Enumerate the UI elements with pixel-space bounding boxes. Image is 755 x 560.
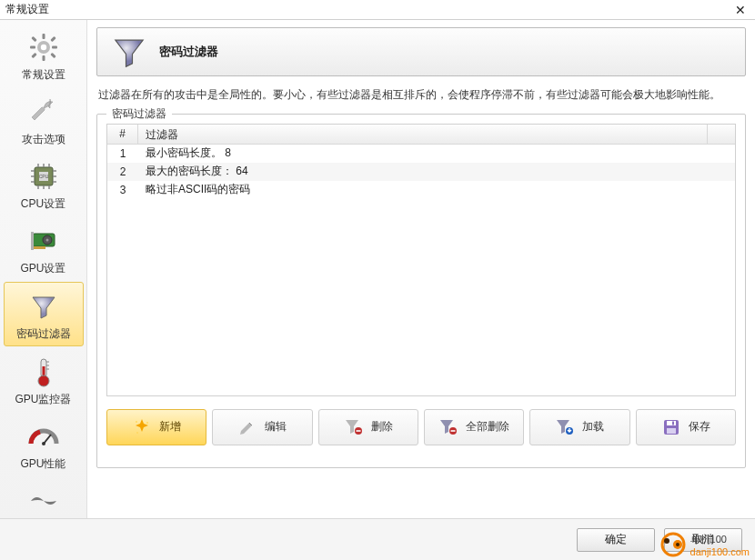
svg-point-1 (40, 45, 45, 50)
svg-rect-8 (31, 53, 36, 58)
thermometer-icon (4, 354, 84, 390)
button-label: 加载 (582, 419, 604, 435)
group-title: 密码过滤器 (106, 106, 172, 122)
svg-rect-7 (50, 53, 55, 58)
table-row[interactable]: 2 最大的密码长度： 64 (107, 163, 735, 181)
svg-rect-47 (667, 421, 676, 425)
ok-button[interactable]: 确定 (577, 528, 655, 552)
svg-rect-5 (52, 46, 57, 49)
svg-point-39 (146, 422, 148, 424)
content-panel: 密码过滤器 过滤器在所有的攻击中是全局性的。要小心，有些过滤器是相互排斥的，会使… (87, 20, 755, 518)
button-label: 删除 (371, 419, 393, 435)
gear-icon (4, 29, 84, 65)
column-spare (708, 125, 735, 144)
svg-rect-42 (356, 430, 360, 432)
button-label: 编辑 (265, 419, 287, 435)
titlebar: 常规设置 ✕ (0, 0, 755, 20)
wrench-icon (4, 94, 84, 130)
close-icon[interactable]: ✕ (731, 4, 750, 16)
funnel-remove-icon (344, 417, 364, 437)
gpu-icon (4, 223, 84, 259)
svg-rect-29 (31, 232, 34, 250)
button-label: 全部删除 (466, 419, 509, 435)
svg-rect-4 (30, 46, 35, 49)
sidebar-item-gpu[interactable]: GPU设置 (4, 217, 84, 280)
sidebar-item-label: 密码过滤器 (5, 326, 83, 342)
delete-all-button[interactable]: 全部删除 (424, 409, 524, 445)
sidebar-item-label: CPU设置 (4, 196, 84, 212)
button-label: 保存 (689, 419, 710, 435)
cell-name: 最小密码长度。 8 (138, 145, 735, 161)
svg-rect-9 (50, 36, 55, 42)
save-icon (661, 417, 681, 437)
cancel-button[interactable]: 取消 (664, 528, 742, 552)
sidebar-item-label: GPU设置 (4, 261, 84, 276)
sidebar-item-general[interactable]: 常规设置 (4, 24, 84, 86)
table-row[interactable]: 1 最小密码长度。 8 (107, 145, 735, 163)
filter-toolbar: 新增 编辑 删除 全部 (106, 409, 736, 445)
svg-rect-48 (667, 428, 676, 434)
sidebar-item-label: GPU监控器 (4, 392, 84, 407)
sidebar-item-monitor[interactable]: GPU监控器 (4, 348, 84, 411)
sidebar-item-attack[interactable]: 攻击选项 (4, 88, 84, 151)
table-row[interactable]: 3 略过非ASCII码的密码 (107, 181, 735, 199)
sidebar-item-performance[interactable]: GPU性能 (4, 413, 84, 475)
svg-point-40 (136, 432, 138, 434)
fan-icon (4, 483, 84, 518)
sparkle-icon (132, 417, 152, 437)
page-header: 密码过滤器 (96, 27, 746, 76)
sidebar-item-extra[interactable] (4, 477, 84, 518)
cell-num: 3 (107, 184, 138, 196)
svg-rect-2 (42, 34, 45, 39)
window-title: 常规设置 (5, 2, 49, 17)
pencil-icon (237, 417, 257, 437)
cell-num: 1 (107, 147, 138, 160)
gauge-icon (4, 418, 84, 455)
page-description: 过滤器在所有的攻击中是全局性的。要小心，有些过滤器是相互排斥的，会使程序停滞不前… (98, 87, 744, 103)
table-header: # 过滤器 (107, 125, 735, 145)
delete-button[interactable]: 删除 (318, 409, 418, 445)
funnel-remove-all-icon (438, 417, 458, 437)
funnel-icon (108, 31, 150, 73)
button-label: 确定 (605, 532, 627, 547)
funnel-icon (5, 288, 83, 325)
sidebar-item-filter[interactable]: 密码过滤器 (4, 282, 84, 346)
load-button[interactable]: 加载 (529, 409, 629, 445)
new-button[interactable]: 新增 (106, 409, 206, 445)
column-filter[interactable]: 过滤器 (138, 125, 708, 144)
sidebar-item-label: 常规设置 (4, 67, 84, 83)
save-button[interactable]: 保存 (636, 409, 736, 445)
sidebar-item-label: 攻击选项 (4, 132, 84, 147)
sidebar: 常规设置 攻击选项 CPU CPU设置 GPU设置 密码过滤器 (0, 20, 87, 518)
svg-point-32 (38, 375, 49, 386)
filter-table: # 过滤器 1 最小密码长度。 8 2 最大的密码长度： 64 3 (106, 124, 736, 396)
sidebar-item-cpu[interactable]: CPU CPU设置 (4, 153, 84, 215)
svg-rect-6 (31, 36, 36, 42)
cpu-icon: CPU (4, 158, 84, 195)
cell-name: 最大的密码长度： 64 (138, 164, 735, 179)
svg-rect-49 (672, 421, 674, 425)
svg-rect-44 (451, 430, 456, 432)
edit-button[interactable]: 编辑 (212, 409, 312, 445)
column-number[interactable]: # (107, 125, 138, 144)
page-title: 密码过滤器 (159, 44, 218, 60)
svg-rect-3 (42, 55, 45, 61)
cell-num: 2 (107, 165, 138, 178)
svg-text:CPU: CPU (38, 174, 48, 179)
button-label: 取消 (692, 532, 714, 547)
funnel-load-icon (555, 417, 575, 437)
sidebar-item-label: GPU性能 (4, 456, 84, 472)
button-label: 新增 (159, 419, 181, 435)
cell-name: 略过非ASCII码的密码 (138, 182, 735, 197)
dialog-footer: 确定 取消 单机100 danji100.com (0, 518, 755, 560)
svg-rect-28 (33, 246, 45, 249)
filter-groupbox: 密码过滤器 # 过滤器 1 最小密码长度。 8 2 最大的密码长度： 64 (96, 114, 746, 468)
svg-point-27 (45, 239, 48, 242)
svg-point-37 (42, 442, 45, 445)
svg-point-38 (136, 421, 137, 423)
table-body: 1 最小密码长度。 8 2 最大的密码长度： 64 3 略过非ASCII码的密码 (107, 145, 735, 199)
